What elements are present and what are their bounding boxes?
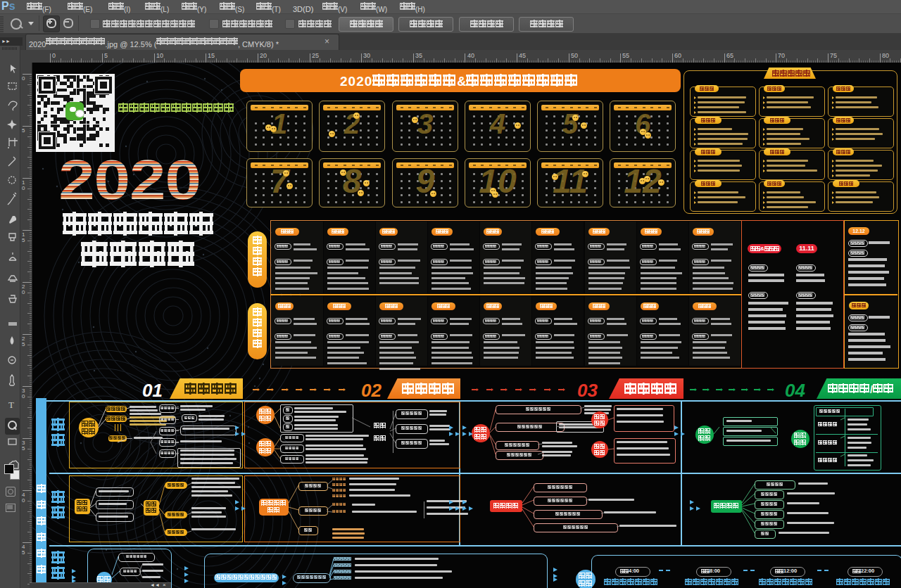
- svg-text:T: T: [8, 400, 14, 410]
